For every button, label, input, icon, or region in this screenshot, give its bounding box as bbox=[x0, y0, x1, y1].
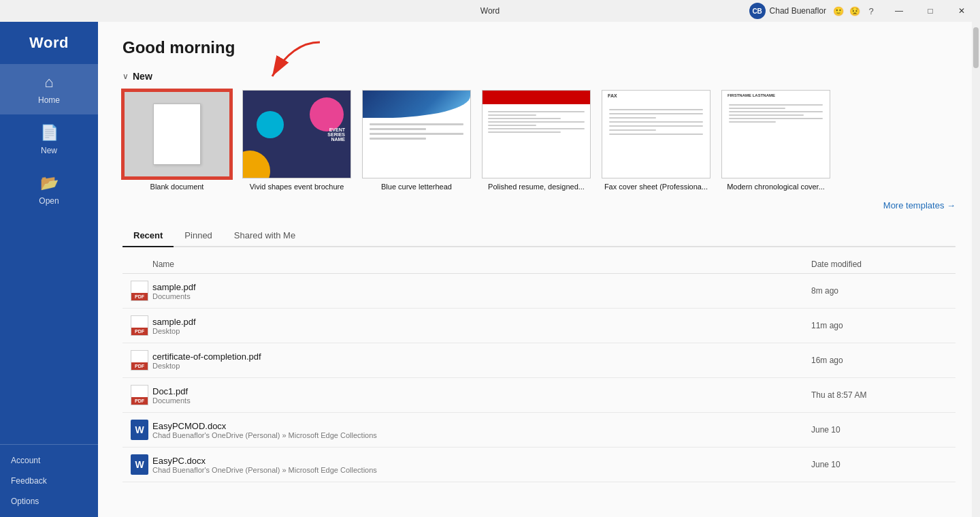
content-area: Good morning ∨ New bbox=[98, 22, 980, 517]
sidebar-item-account[interactable]: Account bbox=[0, 450, 98, 471]
template-vivid-thumbnail: EVENTSERIESNAME bbox=[242, 90, 351, 178]
m-line-6 bbox=[729, 121, 776, 123]
m-line-1 bbox=[729, 104, 823, 106]
tab-recent[interactable]: Recent bbox=[122, 225, 174, 247]
file-location: Chad Buenaflor's OneDrive (Personal) » M… bbox=[152, 431, 811, 439]
template-blank[interactable]: Blank document bbox=[122, 90, 231, 191]
file-date: June 10 bbox=[811, 425, 947, 435]
sidebar-bottom: Account Feedback Options bbox=[0, 444, 98, 517]
open-icon: 📂 bbox=[40, 174, 59, 192]
template-fax-thumbnail: FAX bbox=[602, 90, 710, 178]
blue-line-3 bbox=[370, 133, 463, 135]
file-name-block: certificate-of-completion.pdf Desktop bbox=[152, 351, 811, 370]
user-name: Chad Buenaflor bbox=[770, 6, 826, 16]
main-layout: Word ⌂ Home 📄 New 📂 Open Account Feedbac… bbox=[0, 22, 980, 517]
blue-line-2 bbox=[370, 128, 426, 130]
template-modern-label: Modern chronological cover... bbox=[727, 183, 825, 191]
blue-curve-lines bbox=[363, 118, 470, 148]
tab-pinned[interactable]: Pinned bbox=[174, 225, 223, 247]
sidebar-item-new-label: New bbox=[41, 146, 57, 155]
tabs-row: Recent Pinned Shared with Me bbox=[122, 225, 956, 247]
p-line-5 bbox=[488, 125, 536, 126]
file-date: Thu at 8:57 AM bbox=[811, 390, 947, 400]
file-icon-pdf: PDF bbox=[131, 281, 152, 301]
help-icon[interactable]: ? bbox=[864, 4, 878, 18]
blue-curve-preview bbox=[363, 91, 470, 178]
new-icon: 📄 bbox=[40, 124, 59, 142]
fax-lines bbox=[602, 104, 710, 143]
file-row[interactable]: PDF certificate-of-completion.pdf Deskto… bbox=[122, 343, 956, 378]
vivid-text-overlay: EVENTSERIESNAME bbox=[327, 127, 345, 142]
file-name-block: EasyPC.docx Chad Buenaflor's OneDrive (P… bbox=[152, 456, 811, 474]
file-name-block: EasyPCMOD.docx Chad Buenaflor's OneDrive… bbox=[152, 421, 811, 439]
sidebar-item-feedback[interactable]: Feedback bbox=[0, 471, 98, 491]
emoji-sad-icon[interactable]: 😟 bbox=[848, 4, 862, 18]
sidebar-item-options[interactable]: Options bbox=[0, 491, 98, 512]
new-section-label: New bbox=[133, 71, 152, 82]
f-line-4 bbox=[609, 121, 703, 123]
template-bluecurve[interactable]: Blue curve letterhead bbox=[362, 90, 471, 191]
file-name-block: sample.pdf Desktop bbox=[152, 317, 811, 335]
p-line-1 bbox=[488, 111, 585, 112]
p-line-3 bbox=[488, 118, 561, 119]
m-line-4 bbox=[729, 114, 804, 116]
vivid-shape-1 bbox=[242, 151, 270, 178]
modern-preview: FIRSTNAME LASTNAME bbox=[722, 91, 830, 178]
file-date: 16m ago bbox=[811, 356, 947, 365]
sidebar: Word ⌂ Home 📄 New 📂 Open Account Feedbac… bbox=[0, 22, 98, 517]
template-modern[interactable]: FIRSTNAME LASTNAME Modern chronolo bbox=[721, 90, 830, 191]
file-name: Doc1.pdf bbox=[152, 386, 811, 396]
template-fax-label: Fax cover sheet (Professiona... bbox=[604, 183, 708, 191]
fax-preview: FAX bbox=[602, 91, 710, 178]
template-blank-label: Blank document bbox=[150, 183, 204, 191]
sidebar-item-home[interactable]: ⌂ Home bbox=[0, 64, 98, 114]
file-list: PDF sample.pdf Documents 8m ago PDF samp… bbox=[122, 274, 956, 482]
polished-preview bbox=[483, 91, 590, 178]
polished-lines bbox=[483, 108, 590, 138]
file-list-header: Name Date modified bbox=[122, 255, 956, 274]
more-templates: More templates → bbox=[122, 199, 956, 211]
f-line-6 bbox=[609, 129, 656, 131]
file-row[interactable]: PDF Doc1.pdf Documents Thu at 8:57 AM bbox=[122, 378, 956, 413]
file-icon-pdf: PDF bbox=[131, 350, 152, 371]
collapse-chevron-icon[interactable]: ∨ bbox=[122, 72, 129, 81]
f-line-3 bbox=[609, 117, 656, 119]
titlebar: Word CB Chad Buenaflor 🙂 😟 ? — □ ✕ bbox=[0, 0, 980, 22]
f-line-2 bbox=[609, 113, 703, 114]
file-row[interactable]: W EasyPCMOD.docx Chad Buenaflor's OneDri… bbox=[122, 413, 956, 448]
file-row[interactable]: PDF sample.pdf Documents 8m ago bbox=[122, 274, 956, 309]
file-name: sample.pdf bbox=[152, 317, 811, 327]
file-date: 8m ago bbox=[811, 286, 947, 296]
sidebar-item-new[interactable]: 📄 New bbox=[0, 114, 98, 165]
template-fax[interactable]: FAX Fax cover she bbox=[602, 90, 710, 191]
template-polished-thumbnail bbox=[482, 90, 591, 178]
file-icon-docx: W bbox=[131, 420, 152, 440]
maximize-button[interactable]: □ bbox=[915, 0, 946, 22]
minimize-button[interactable]: — bbox=[883, 0, 915, 22]
sidebar-nav: ⌂ Home 📄 New 📂 Open bbox=[0, 64, 98, 444]
p-line-6 bbox=[488, 128, 585, 129]
file-name: EasyPCMOD.docx bbox=[152, 421, 811, 431]
m-line-3 bbox=[729, 111, 823, 112]
sidebar-item-open-label: Open bbox=[39, 196, 59, 206]
file-row[interactable]: PDF sample.pdf Desktop 11m ago bbox=[122, 309, 956, 343]
avatar: CB bbox=[749, 3, 766, 19]
tab-shared[interactable]: Shared with Me bbox=[223, 225, 306, 247]
template-polished[interactable]: Polished resume, designed... bbox=[482, 90, 591, 191]
template-vivid[interactable]: EVENTSERIESNAME Vivid shapes event broch… bbox=[242, 90, 351, 191]
file-location: Desktop bbox=[152, 362, 811, 370]
file-name: EasyPC.docx bbox=[152, 456, 811, 466]
scrollbar-thumb[interactable] bbox=[973, 27, 979, 68]
file-name: certificate-of-completion.pdf bbox=[152, 351, 811, 362]
file-icon-pdf: PDF bbox=[131, 315, 152, 336]
file-name-block: sample.pdf Documents bbox=[152, 282, 811, 300]
scrollbar-track[interactable] bbox=[972, 22, 980, 517]
emoji-happy-icon[interactable]: 🙂 bbox=[832, 4, 845, 18]
f-line-7 bbox=[609, 134, 703, 135]
close-button[interactable]: ✕ bbox=[946, 0, 977, 22]
more-templates-link[interactable]: More templates → bbox=[883, 200, 956, 210]
new-section-header: ∨ New bbox=[122, 71, 956, 82]
vivid-shape-2 bbox=[310, 97, 344, 131]
sidebar-item-open[interactable]: 📂 Open bbox=[0, 165, 98, 215]
file-row[interactable]: W EasyPC.docx Chad Buenaflor's OneDrive … bbox=[122, 448, 956, 482]
